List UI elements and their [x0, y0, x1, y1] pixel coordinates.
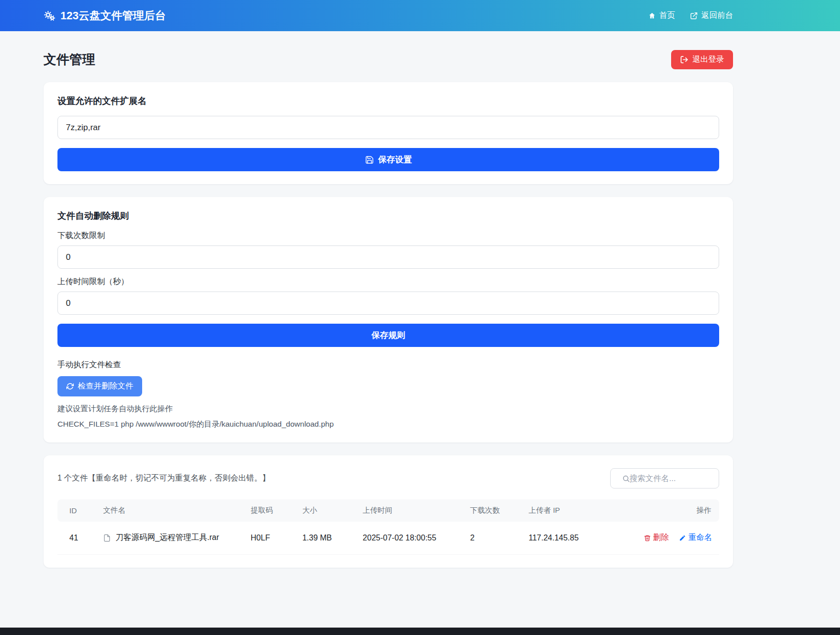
- rules-card: 文件自动删除规则 下载次数限制 上传时间限制（秒） 保存规则 手动执行文件检查 …: [44, 197, 733, 442]
- cell-actions: 删除 重命名: [636, 522, 719, 554]
- file-count-summary: 1 个文件【重命名时，切记不可为重复名称，否则会出错。】: [57, 473, 270, 484]
- cell-filename: 刀客源码网_远程管理工具.rar: [96, 522, 244, 554]
- nav-frontend-link[interactable]: 返回前台: [690, 10, 733, 21]
- page-header: 文件管理 退出登录: [44, 50, 733, 69]
- check-delete-button[interactable]: 检查并删除文件: [57, 376, 142, 396]
- cell-code: H0LF: [244, 522, 295, 554]
- home-icon: [648, 12, 656, 19]
- logout-label: 退出登录: [692, 54, 724, 65]
- col-size: 大小: [295, 499, 356, 522]
- table-header-row: ID 文件名 提取码 大小 上传时间 下载次数 上传者 IP 操作: [57, 499, 719, 522]
- nav-links: 首页 返回前台: [648, 10, 733, 21]
- external-link-icon: [690, 12, 698, 20]
- cell-id: 41: [57, 522, 96, 554]
- col-id: ID: [57, 499, 96, 522]
- upload-time-label: 上传时间限制（秒）: [57, 277, 719, 287]
- extensions-input[interactable]: [57, 116, 719, 139]
- cell-downloads: 2: [463, 522, 522, 554]
- navbar: 123云盘文件管理后台 首页 返回前台: [0, 0, 840, 31]
- files-table: ID 文件名 提取码 大小 上传时间 下载次数 上传者 IP 操作 41: [57, 499, 719, 555]
- save-settings-button[interactable]: 保存设置: [57, 148, 719, 171]
- upload-time-input[interactable]: [57, 292, 719, 315]
- footer: © 2025 123云盘文件快传管理后台 刀客源码网 一九云服务器 开发免费开源: [0, 628, 840, 635]
- nav-frontend-label: 返回前台: [701, 10, 733, 21]
- files-card: 1 个文件【重命名时，切记不可为重复名称，否则会出错。】 ID 文件名: [44, 455, 733, 568]
- download-limit-label: 下载次数限制: [57, 231, 719, 241]
- pencil-icon: [679, 535, 686, 541]
- cron-command: CHECK_FILES=1 php /www/wwwroot/你的目录/kaui…: [57, 419, 719, 430]
- trash-icon: [644, 535, 651, 541]
- save-rules-button[interactable]: 保存规则: [57, 324, 719, 347]
- gears-icon: [44, 10, 55, 22]
- cell-size: 1.39 MB: [295, 522, 356, 554]
- cell-uploaded: 2025-07-02 18:00:55: [356, 522, 463, 554]
- col-ip: 上传者 IP: [522, 499, 636, 522]
- search-box: [610, 468, 719, 488]
- rules-card-heading: 文件自动删除规则: [57, 210, 719, 222]
- files-toolbar: 1 个文件【重命名时，切记不可为重复名称，否则会出错。】: [57, 468, 719, 488]
- nav-home-link[interactable]: 首页: [648, 10, 675, 21]
- extension-card-heading: 设置允许的文件扩展名: [57, 95, 719, 107]
- table-row: 41 刀客源码网_远程管理工具.rar H0LF 1.39 MB: [57, 522, 719, 554]
- download-limit-input[interactable]: [57, 245, 719, 269]
- col-uploaded: 上传时间: [356, 499, 463, 522]
- file-icon: [103, 534, 111, 542]
- delete-link[interactable]: 删除: [644, 533, 669, 543]
- rename-link[interactable]: 重命名: [679, 533, 712, 543]
- refresh-icon: [66, 383, 74, 390]
- nav-home-label: 首页: [659, 10, 675, 21]
- check-delete-label: 检查并删除文件: [78, 381, 133, 391]
- cell-ip: 117.24.145.85: [522, 522, 636, 554]
- file-name-text: 刀客源码网_远程管理工具.rar: [115, 533, 219, 543]
- sign-out-icon: [680, 55, 688, 64]
- rename-label: 重命名: [688, 533, 712, 543]
- app-title: 123云盘文件管理后台: [60, 8, 166, 23]
- col-actions: 操作: [636, 499, 719, 522]
- save-settings-label: 保存设置: [378, 154, 412, 165]
- brand: 123云盘文件管理后台: [44, 8, 166, 23]
- col-code: 提取码: [244, 499, 295, 522]
- delete-label: 删除: [653, 533, 669, 543]
- col-filename: 文件名: [96, 499, 244, 522]
- logout-button[interactable]: 退出登录: [671, 50, 733, 69]
- manual-check-label: 手动执行文件检查: [57, 360, 719, 370]
- floppy-icon: [365, 155, 374, 164]
- col-downloads: 下载次数: [463, 499, 522, 522]
- extension-card: 设置允许的文件扩展名 保存设置: [44, 82, 733, 184]
- page-title: 文件管理: [44, 51, 95, 68]
- cron-tip: 建议设置计划任务自动执行此操作: [57, 404, 719, 414]
